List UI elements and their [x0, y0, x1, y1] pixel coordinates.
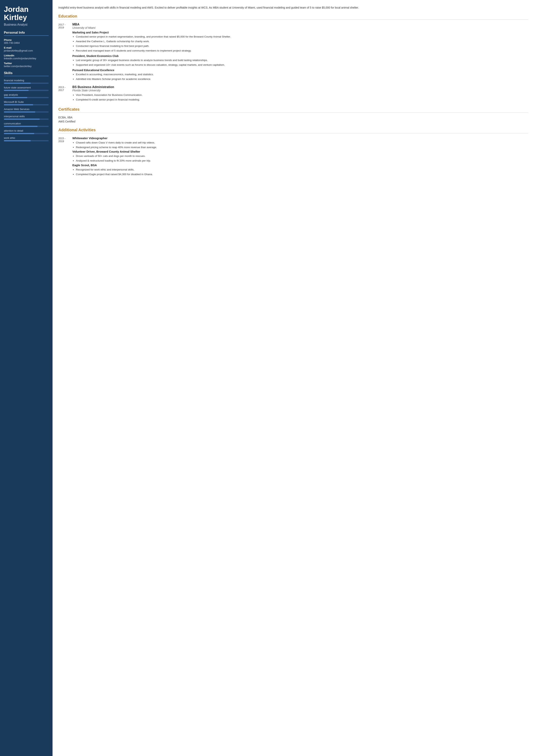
personal-info-label: Phone — [4, 39, 49, 41]
edu-bullets: Led energetic group of 30+ engaged busin… — [72, 58, 528, 67]
skill-bar — [4, 133, 49, 134]
edu-bullet-item: Led energetic group of 30+ engaged busin… — [76, 58, 528, 63]
skill-name: work ethic — [4, 136, 49, 139]
main-content: Insightful entry-level business analyst … — [52, 0, 535, 756]
edu-bullet-item: Completed 6-credit senior project in fin… — [76, 98, 528, 102]
activity-bullets: Recognized for work ethic and interperso… — [72, 168, 528, 176]
personal-info-label: Twitter — [4, 62, 49, 65]
activity-entry: 2015 - 2019Whitewater VideographerChased… — [58, 136, 528, 177]
personal-info-item: Twitter twitter.com/jordanzkirtley — [4, 62, 49, 68]
activity-bullet-item: Drove vanloads of 50+ cats and dogs per … — [76, 154, 528, 158]
skill-item: communication — [4, 122, 49, 127]
skill-name: interpersonal skills — [4, 115, 49, 118]
edu-bullet-item: Excelled in accounting, macroeconomics, … — [76, 72, 528, 77]
skill-name: financial modeling — [4, 79, 49, 82]
personal-info-label: E-mail — [4, 46, 49, 49]
skill-bar — [4, 111, 49, 113]
activity-sub-title: Whitewater Videographer — [72, 136, 528, 140]
edu-school: University of Miami — [72, 26, 528, 29]
skill-name: Microsoft BI Suite — [4, 100, 49, 103]
edu-dates: 2013 - 2017 — [58, 85, 72, 102]
edu-sub-title: President, Student Economics Club — [72, 54, 528, 58]
candidate-title: Business Analyst — [4, 23, 49, 26]
skill-item: Microsoft BI Suite — [4, 100, 49, 105]
activity-bullet-item: Completed Eagle project that raised $4,3… — [76, 173, 528, 176]
personal-info-value: jordanzkirtley@gmail.com — [4, 49, 49, 52]
personal-info-label: LinkedIn — [4, 54, 49, 57]
education-heading: Education — [58, 14, 528, 20]
activity-sub-title: Volunteer Driver, Broward County Animal … — [72, 150, 528, 153]
edu-school: Florida State University — [72, 89, 528, 92]
skill-bar — [4, 119, 49, 120]
skill-name: future state assessment — [4, 86, 49, 89]
edu-bullet-item: Admitted into Masters Scholar program fo… — [76, 77, 528, 81]
activity-bullet-item: Redesigned pricing scheme to reap 40% mo… — [76, 146, 528, 149]
activity-bullet-item: Chased rafts down Class V rivers daily t… — [76, 141, 528, 145]
certificates-section: Certificates ECBA, IIBAAWS Certified — [58, 107, 528, 123]
education-section: Education 2017 - 2019MBAUniversity of Mi… — [58, 14, 528, 102]
edu-bullets: Vice President, Association for Business… — [72, 93, 528, 102]
skill-bar — [4, 126, 49, 127]
activity-bullet-item: Recognized for work ethic and interperso… — [76, 168, 528, 172]
personal-info-item: LinkedIn linkedin.com/in/jordanzkirtley — [4, 54, 49, 60]
activity-sub-title: Eagle Scout, BSA — [72, 164, 528, 167]
skill-bar — [4, 83, 49, 84]
edu-content: BS Business AdministrationFlorida State … — [72, 85, 528, 102]
skill-item: financial modeling — [4, 79, 49, 84]
skill-name: communication — [4, 122, 49, 125]
edu-bullet-item: Conducted senior project in market segme… — [76, 35, 528, 39]
skill-item: interpersonal skills — [4, 115, 49, 120]
activity-bullets: Chased rafts down Class V rivers daily t… — [72, 141, 528, 149]
skill-bar — [4, 97, 49, 98]
edu-bullet-item: Conducted rigorous financial modeling to… — [76, 44, 528, 48]
edu-bullet-item: Awarded the Catherine L. Gallardo schola… — [76, 40, 528, 43]
edu-bullets: Excelled in accounting, macroeconomics, … — [72, 72, 528, 81]
skill-name: attention to detail — [4, 129, 49, 132]
activity-bullet-item: Analyzed & restructured loading to fit 2… — [76, 159, 528, 163]
edu-bullet-item: Vice President, Association for Business… — [76, 93, 528, 97]
skill-name: gap analysis — [4, 93, 49, 96]
skill-item: gap analysis — [4, 93, 49, 98]
certificates-heading: Certificates — [58, 107, 528, 113]
activity-bullets: Drove vanloads of 50+ cats and dogs per … — [72, 154, 528, 163]
activities-section: Additional Activities 2015 - 2019Whitewa… — [58, 128, 528, 177]
personal-info-value: twitter.com/jordanzkirtley — [4, 65, 49, 68]
skill-item: work ethic — [4, 136, 49, 141]
skill-name: Amazon Web Services — [4, 108, 49, 111]
certificate-item: ECBA, IIBA — [58, 116, 528, 119]
edu-sub-title: Pursued Educational Excellence — [72, 68, 528, 72]
skill-bar — [4, 104, 49, 105]
personal-info-list: Phone 305-730-3464E-mail jordanzkirtley@… — [4, 39, 49, 68]
edu-degree: MBA — [72, 23, 528, 26]
edu-content: MBAUniversity of MiamiMarketing and Sale… — [72, 23, 528, 82]
sidebar: Jordan Kirtley Business Analyst Personal… — [0, 0, 52, 756]
activity-dates: 2015 - 2019 — [58, 136, 72, 177]
summary-text: Insightful entry-level business analyst … — [58, 6, 528, 10]
skills-heading: Skills — [4, 71, 49, 76]
personal-info-item: Phone 305-730-3464 — [4, 39, 49, 44]
skill-item: Amazon Web Services — [4, 108, 49, 113]
candidate-name: Jordan Kirtley — [4, 6, 49, 22]
education-entry: 2013 - 2017BS Business AdministrationFlo… — [58, 85, 528, 102]
edu-dates: 2017 - 2019 — [58, 23, 72, 82]
activity-content: Whitewater VideographerChased rafts down… — [72, 136, 528, 177]
skill-bar — [4, 90, 49, 91]
skills-list: financial modeling future state assessme… — [4, 79, 49, 141]
skill-item: attention to detail — [4, 129, 49, 134]
edu-bullet-item: Recruited and managed team of 5 students… — [76, 49, 528, 53]
skill-bar — [4, 140, 49, 141]
personal-info-item: E-mail jordanzkirtley@gmail.com — [4, 46, 49, 52]
personal-info-value: 305-730-3464 — [4, 41, 49, 44]
skill-item: future state assessment — [4, 86, 49, 91]
edu-bullets: Conducted senior project in market segme… — [72, 35, 528, 53]
edu-degree: BS Business Administration — [72, 85, 528, 89]
edu-bullet-item: Supported and organized 10+ club events … — [76, 63, 528, 67]
education-entry: 2017 - 2019MBAUniversity of MiamiMarketi… — [58, 23, 528, 82]
edu-sub-title: Marketing and Sales Project — [72, 31, 528, 34]
activities-heading: Additional Activities — [58, 128, 528, 133]
personal-info-value: linkedin.com/in/jordanzkirtley — [4, 57, 49, 60]
personal-info-heading: Personal Info — [4, 31, 49, 36]
certificate-item: AWS Certified — [58, 120, 528, 123]
